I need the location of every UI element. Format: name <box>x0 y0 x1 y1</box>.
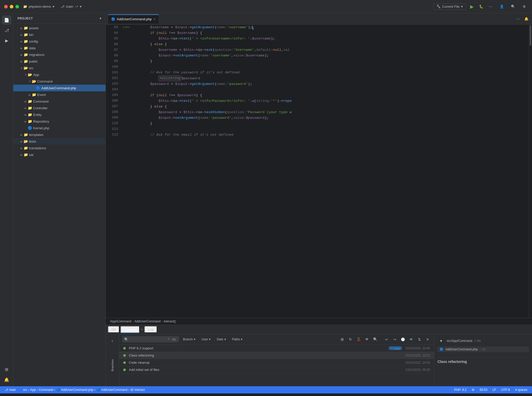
commit-dot-2 <box>123 354 126 357</box>
sidebar-item-public[interactable]: ▶ 📁 public <box>13 58 106 65</box>
tab-console[interactable]: Console <box>120 326 140 333</box>
code-line-102: null|string $password <box>134 75 529 81</box>
status-encoding[interactable]: UTF-8 <box>500 388 511 392</box>
branches-label[interactable]: Branches <box>111 359 114 371</box>
sidebar-item-migrations[interactable]: ▶ 📁 migrations <box>13 51 106 58</box>
tab-close-button[interactable]: ✕ <box>153 17 156 21</box>
maximize-button[interactable] <box>15 5 19 8</box>
sidebar-item-templates[interactable]: ▶ 📁 templates <box>13 131 106 138</box>
sidebar-item-controller[interactable]: ▶ 📁 Controller <box>13 105 106 111</box>
status-line-col[interactable]: 93:53 <box>478 388 489 392</box>
git-search-commits-button[interactable]: 🔍 <box>372 336 379 343</box>
paths-filter[interactable]: Paths ▾ <box>230 337 245 342</box>
git-clock-button[interactable]: 🕐 <box>399 336 406 343</box>
git-branch-status-icon: ⎇ <box>5 388 8 392</box>
breadcrumb-app-command[interactable]: \App\Command <box>110 320 131 323</box>
date-filter[interactable]: Date ▾ <box>215 337 228 342</box>
status-breadcrumb[interactable]: src › App › Command › 🔵 AddUserCommand.p… <box>22 387 146 393</box>
git-search-input[interactable] <box>129 338 165 341</box>
sidebar-item-add-user-command[interactable]: 🔵 AddUserCommand.php <box>13 85 106 91</box>
sidebar-item-event[interactable]: ▶ 📁 Event <box>13 91 106 98</box>
commit-row-1[interactable]: PHP 8.2 support ⇒ main 15/12/2022, 10:40 <box>119 345 434 352</box>
git-close-button[interactable]: ✕ <box>424 336 431 343</box>
sidebar-item-translations[interactable]: ▶ 📁 translations <box>13 145 106 151</box>
commit-row-4[interactable]: Add initial set of files 13/12/2022, 09:… <box>119 366 434 373</box>
settings-button[interactable]: ⚙ <box>521 3 528 10</box>
project-name[interactable]: 📁 phpstom-demo ▾ <box>23 5 54 8</box>
tab-git[interactable]: Git <box>108 326 119 333</box>
debug-button[interactable]: 🐛 <box>478 3 485 10</box>
breadcrumb-method[interactable]: interact() <box>164 320 176 323</box>
git-inspect-button[interactable]: 👁 <box>407 336 415 343</box>
run-debug-icon: ▶ <box>5 38 8 43</box>
sidebar-item-bin[interactable]: ▶ 📁 bin <box>13 31 106 38</box>
git-right-section-label: src/App/Command <box>447 339 472 343</box>
activity-terminal[interactable]: ⊞ <box>2 365 11 374</box>
search-button[interactable]: 🔍 <box>509 3 517 10</box>
bottom-tabs: Git Console ✕ Log <box>106 325 532 334</box>
branch-info[interactable]: ⎇ main ↑↗ ▾ <box>61 5 82 8</box>
sidebar-item-config[interactable]: ▶ 📁 config <box>13 38 106 45</box>
sidebar-item-data[interactable]: ▶ 📁 data <box>13 45 106 51</box>
status-line-ending[interactable]: LF <box>491 388 498 392</box>
commit-row-2[interactable]: Class refactoring 15/12/2022, 10:21 <box>119 352 434 359</box>
regex-button[interactable]: .* <box>166 337 170 341</box>
git-eye-button[interactable]: 👁 <box>363 336 370 343</box>
sidebar-item-app-command[interactable]: ▼ 📂 Command <box>13 78 106 85</box>
case-sensitive-button[interactable]: Cc <box>171 337 177 341</box>
sidebar-item-kernel[interactable]: 🔵 Kernel.php <box>13 125 106 131</box>
terminal-icon: ⊞ <box>5 367 8 372</box>
status-settings-icon[interactable]: ⚙ <box>470 388 476 392</box>
sidebar-item-tests[interactable]: ▶ 📂 tests <box>13 138 106 145</box>
status-php-version[interactable]: PHP: 8.2 <box>453 388 468 392</box>
sidebar-item-src[interactable]: ▼ 📂 src <box>13 65 106 71</box>
code-line-96: } else { <box>134 42 529 47</box>
git-collapse-button[interactable]: ▼ <box>438 337 445 344</box>
expand-left-button[interactable]: ‹ <box>108 336 117 345</box>
sidebar-item-repository[interactable]: ▶ 📁 Repository <box>13 118 106 125</box>
current-file-icon: 🔧 <box>436 5 441 8</box>
activity-run[interactable]: ▶ <box>2 36 11 45</box>
activity-files[interactable]: 📄 <box>2 15 11 25</box>
git-undo-button[interactable]: ↩ <box>383 336 390 343</box>
commit-dot-3 <box>123 361 126 364</box>
editor-scrollbar[interactable] <box>529 25 532 318</box>
git-expand-button[interactable]: ⇅ <box>416 336 423 343</box>
sidebar-item-assets[interactable]: ▶ 📁 assets <box>13 25 106 31</box>
code-content[interactable]: $username = $input->getArgument( name: '… <box>131 25 529 318</box>
code-line-94: if (null !== $username) { <box>134 30 529 36</box>
code-line-105: if (null !== $password) { <box>134 93 529 98</box>
activity-git[interactable]: ⎇ <box>2 26 11 35</box>
git-cherry-pick-button[interactable]: 🍒 <box>355 336 362 343</box>
status-indent[interactable]: 4 spaces <box>514 388 529 392</box>
git-redo-button[interactable]: ↪ <box>391 336 398 343</box>
commit-date-4: 13/12/2022, 09:26 <box>405 368 430 372</box>
activity-notifications[interactable]: 🔔 <box>2 375 11 384</box>
sidebar-item-entity[interactable]: ▶ 📁 Entity <box>13 111 106 118</box>
console-close-button[interactable]: ✕ <box>141 328 143 331</box>
sidebar-item-var[interactable]: ▶ 📁 var <box>13 151 106 158</box>
status-file-icon: 🔵 <box>56 388 60 392</box>
branch-filter[interactable]: Branch ▾ <box>181 337 197 342</box>
tab-log[interactable]: Log <box>144 326 157 333</box>
sidebar-item-command[interactable]: ▶ 📁 Command <box>13 98 106 105</box>
breadcrumb-class[interactable]: AddUserCommand <box>134 320 160 323</box>
tab-more-button[interactable]: ⋯ <box>515 15 522 23</box>
notifications-button[interactable]: 🔔 <box>523 15 530 23</box>
sidebar-item-app[interactable]: ▼ 📂 App <box>13 71 106 78</box>
git-add-worktree-button[interactable]: ⊞ <box>339 336 346 343</box>
code-editor: 93 94 95 96 97 98 99 100 101 102 103 104… <box>106 25 532 318</box>
git-right-file-item[interactable]: 🔵 AddUserCommand.php - m <box>438 347 529 352</box>
tab-add-user-command[interactable]: 🔵 AddUserCommand.php ✕ <box>108 14 159 24</box>
user-button[interactable]: 👤 <box>498 3 505 10</box>
more-options-button[interactable]: ⋯ <box>487 3 494 10</box>
close-button[interactable] <box>4 5 8 8</box>
git-refresh-button[interactable]: ↻ <box>347 336 354 343</box>
current-file-button[interactable]: 🔧 Current File ▾ <box>433 3 466 10</box>
commit-row-3[interactable]: Code cleanup 15/12/2022, 10:03 <box>119 359 434 366</box>
minimize-button[interactable] <box>10 5 13 8</box>
user-filter[interactable]: User ▾ <box>200 337 213 342</box>
debug-icon: 🐛 <box>479 5 483 8</box>
status-git-branch[interactable]: ⎇ main <box>3 388 17 392</box>
run-button[interactable]: ▶ <box>468 3 476 10</box>
